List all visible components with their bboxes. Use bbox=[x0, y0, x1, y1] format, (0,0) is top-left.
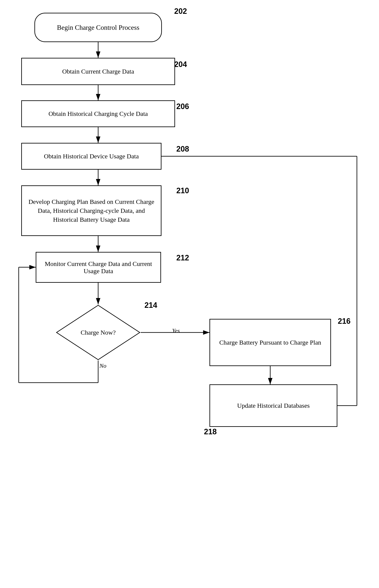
label-210: 210 bbox=[176, 186, 189, 195]
node-210-text: Develop Charging Plan Based on Current C… bbox=[25, 197, 158, 224]
flowchart: 202 Begin Charge Control Process 204 Obt… bbox=[0, 0, 379, 588]
node-212-text: Monitor Current Charge Data and Current … bbox=[40, 260, 157, 275]
label-212: 212 bbox=[176, 253, 189, 262]
node-start-text: Begin Charge Control Process bbox=[57, 24, 139, 32]
yes-label: Yes bbox=[172, 327, 180, 334]
node-204: Obtain Current Charge Data bbox=[21, 58, 175, 85]
label-218: 218 bbox=[204, 427, 217, 436]
node-204-text: Obtain Current Charge Data bbox=[62, 68, 134, 75]
node-216-text: Charge Battery Pursuant to Charge Plan bbox=[219, 338, 321, 347]
arrows-svg bbox=[0, 0, 379, 588]
label-214: 214 bbox=[144, 301, 157, 310]
node-208-text: Obtain Historical Device Usage Data bbox=[44, 153, 139, 160]
label-208: 208 bbox=[176, 145, 189, 153]
label-216: 216 bbox=[338, 317, 350, 326]
node-208: Obtain Historical Device Usage Data bbox=[21, 143, 161, 170]
node-216: Charge Battery Pursuant to Charge Plan bbox=[209, 319, 331, 366]
node-210: Develop Charging Plan Based on Current C… bbox=[21, 185, 161, 236]
label-204: 204 bbox=[174, 60, 187, 69]
node-218: Update Historical Databases bbox=[209, 384, 337, 427]
label-206: 206 bbox=[176, 102, 189, 111]
label-202: 202 bbox=[174, 7, 187, 16]
node-212: Monitor Current Charge Data and Current … bbox=[36, 252, 161, 283]
no-label: No bbox=[99, 362, 106, 369]
node-206: Obtain Historical Charging Cycle Data bbox=[21, 100, 175, 127]
node-214-text: Charge Now? bbox=[77, 329, 119, 336]
node-214: Charge Now? bbox=[56, 304, 141, 360]
node-218-text: Update Historical Databases bbox=[237, 402, 310, 409]
node-206-text: Obtain Historical Charging Cycle Data bbox=[48, 110, 148, 117]
node-start: Begin Charge Control Process bbox=[34, 13, 162, 42]
